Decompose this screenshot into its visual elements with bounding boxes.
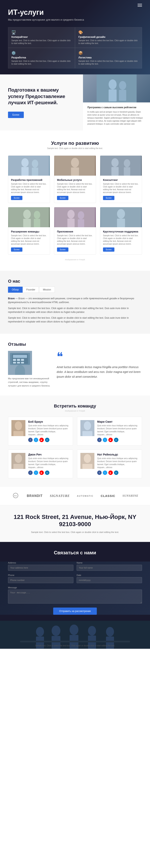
prepare-heading: Подготовка к вашему успеху Предоставлени… — [8, 87, 75, 105]
submit-button[interactable]: Отправить на рассмотрение — [53, 608, 97, 615]
social-linkedin-3[interactable]: in — [114, 470, 118, 475]
svg-point-64 — [88, 626, 96, 636]
social-youtube-2[interactable]: ▶ — [39, 470, 44, 475]
svg-point-44 — [15, 421, 22, 430]
social-facebook-3[interactable]: f — [97, 470, 101, 475]
dev-card-2[interactable]: Консалтинг Sample text. Click to select … — [100, 155, 142, 203]
social-twitter-1[interactable]: t — [103, 438, 107, 442]
svg-rect-20 — [23, 219, 31, 227]
svg-rect-42 — [15, 371, 25, 375]
copywriting-title: Копирайтинг — [11, 35, 71, 38]
social-facebook-2[interactable]: f — [28, 470, 33, 475]
dev-card-btn-2[interactable]: Более — [103, 196, 114, 200]
team-photo-2 — [11, 453, 25, 469]
service-logistics[interactable]: 📦 Логистика Sample text. Click to select… — [75, 48, 142, 68]
form-group-address: Address — [8, 561, 73, 571]
svg-point-29 — [117, 209, 125, 219]
dev-attribution: Изображения от Freepik — [8, 259, 142, 261]
logo-ru[interactable]: RU — [11, 493, 20, 499]
social-youtube-0[interactable]: ▶ — [39, 438, 44, 442]
dev-card-title-4: Приложения — [57, 230, 93, 233]
svg-rect-13 — [101, 156, 141, 176]
social-linkedin-1[interactable]: in — [114, 438, 118, 442]
svg-rect-22 — [34, 219, 40, 227]
dev-card-title-2: Консалтинг — [103, 179, 139, 181]
logo-automatic[interactable]: AUTOMATIC — [77, 495, 94, 497]
social-youtube-3[interactable]: ▶ — [109, 470, 113, 475]
logo-sunshine[interactable]: Sunshine — [122, 494, 139, 497]
dev-card-btn-5[interactable]: Более — [103, 247, 114, 252]
copywriting-desc: Sample text. Click to select the text bo… — [11, 39, 71, 45]
svg-rect-67 — [106, 637, 114, 649]
dev-card-1[interactable]: Мобильные услуги Sample text. Click to s… — [54, 155, 96, 203]
social-youtube-1[interactable]: ▶ — [109, 438, 113, 442]
team-photo-1 — [81, 420, 94, 436]
logistics-title: Логистика — [79, 56, 139, 59]
social-facebook-0[interactable]: f — [28, 438, 33, 442]
team-desc-2: Quis enim enim risus tristique arcu adip… — [28, 457, 69, 469]
about-intro-strong: Brave — [8, 297, 14, 300]
dev-card-body-2: Консалтинг Sample text. Click to select … — [100, 176, 142, 203]
dev-card-svg-4 — [54, 207, 96, 227]
social-linkedin-2[interactable]: in — [45, 470, 50, 475]
dev-icon: ⚙️ — [11, 51, 71, 55]
logo-signature[interactable]: Signature — [50, 494, 70, 498]
svg-rect-38 — [13, 362, 16, 364]
tab-mission[interactable]: Mission — [39, 287, 55, 293]
hero-content: ИТ-услуги Мы предоставляем аутсорсинг дл… — [8, 8, 142, 68]
service-dev[interactable]: ⚙️ Разработка Sample text. Click to sele… — [8, 48, 75, 68]
phone-input[interactable] — [8, 577, 73, 583]
tab-founder[interactable]: Founder — [23, 287, 39, 293]
svg-rect-30 — [117, 219, 125, 227]
dev-card-img-2 — [100, 156, 142, 176]
testimonial-right: ❝ Amet luctus venenatis lectus magna fri… — [57, 351, 142, 379]
location-section: 121 Rock Street, 21 Avenue, Нью-Йорк, NY… — [0, 505, 150, 542]
svg-rect-15 — [111, 167, 119, 176]
team-info-0: Боб Браун Quis enim enim risus tristique… — [28, 420, 69, 442]
social-twitter-0[interactable]: t — [34, 438, 38, 442]
svg-rect-34 — [13, 355, 27, 358]
social-twitter-3[interactable]: t — [103, 470, 107, 475]
address-input[interactable] — [8, 565, 73, 571]
dev-subtitle: Sample text. Click again or double click… — [8, 147, 142, 149]
logo-brandit[interactable]: BRANDIT — [27, 494, 42, 498]
svg-point-11 — [71, 158, 79, 167]
dev-card-btn-4[interactable]: Более — [57, 247, 68, 252]
dev-card-img-1 — [54, 156, 96, 176]
team-desc-1: Quis enim enim risus tristique arcu adip… — [97, 424, 139, 436]
team-info-3: Нат Рейнольдс Quis enim enim risus trist… — [97, 453, 139, 475]
dev-card-btn-1[interactable]: Более — [57, 196, 68, 200]
social-linkedin-0[interactable]: in — [45, 438, 50, 442]
social-twitter-2[interactable]: t — [34, 470, 38, 475]
svg-rect-37 — [21, 359, 24, 361]
dev-card-4[interactable]: Приложения Sample text. Click to select … — [54, 207, 96, 255]
name-input[interactable] — [77, 565, 142, 571]
dev-card-btn-3[interactable]: Более — [11, 247, 22, 252]
team-heading: Встретить команду — [8, 403, 142, 409]
team-name-1: Мари Смит — [97, 420, 139, 423]
dev-card-3[interactable]: Расширение команды Sample text. Click to… — [8, 207, 50, 255]
svg-point-1 — [109, 80, 117, 89]
svg-rect-39 — [17, 362, 20, 364]
testimonial-left: Мы предлагаем вам топ инновационной стра… — [8, 351, 51, 388]
date-input[interactable] — [77, 577, 142, 583]
social-facebook-1[interactable]: f — [97, 438, 101, 442]
logo-classic[interactable]: CLASSIC — [101, 494, 115, 497]
team-grid: Боб Браун Quis enim enim risus tristique… — [8, 417, 142, 478]
dev-card-img-3 — [8, 207, 50, 227]
tab-overview[interactable]: Обзор — [8, 287, 23, 293]
dev-card-5[interactable]: Круглосуточная поддержка Sample text. Cl… — [100, 207, 142, 255]
dev-card-btn-0[interactable]: Более — [11, 196, 22, 200]
about-body: Sample text. Click to select the test bo… — [8, 307, 142, 314]
hamburger-menu[interactable] — [138, 3, 142, 7]
contact-bg-image: Sample text. Click to select the test bo… — [0, 621, 150, 649]
about-intro-text: Brave — это инновационное веб-решение, с… — [8, 297, 134, 304]
message-textarea[interactable] — [8, 590, 142, 603]
prepare-button[interactable]: Более — [8, 112, 24, 118]
service-copywriting[interactable]: 🖥️ Копирайтинг Sample text. Click to sel… — [8, 27, 75, 48]
hero-section: ИТ-услуги Мы предоставляем аутсорсинг дл… — [0, 0, 150, 74]
dev-card-0[interactable]: Разработка приложений Sample text. Click… — [8, 155, 50, 203]
team-card-3: Нат Рейнольдс Quis enim enim risus trist… — [77, 450, 142, 478]
hero-subtitle: Мы предоставляем аутсорсинг для малого и… — [8, 18, 142, 21]
service-design[interactable]: 🎨 Графический дизайн Sample text. Click … — [75, 27, 142, 48]
